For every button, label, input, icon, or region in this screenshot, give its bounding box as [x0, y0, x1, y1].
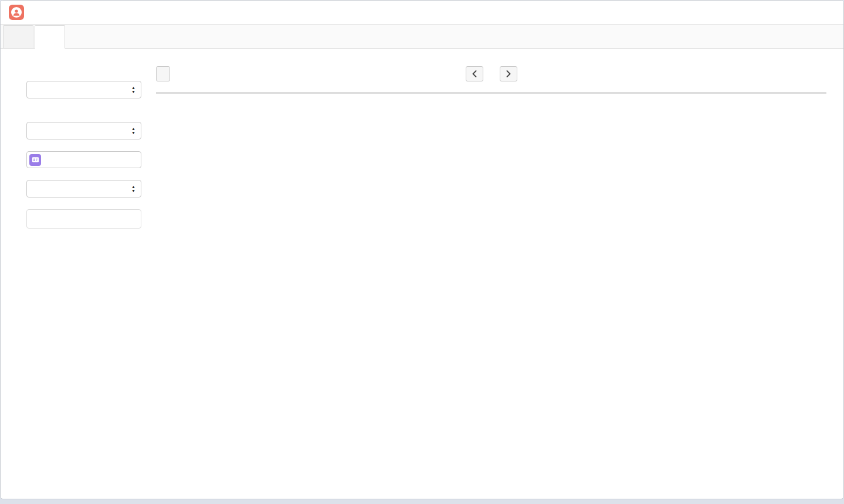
week-navigation: [466, 66, 517, 81]
next-week-button[interactable]: [500, 66, 517, 81]
previous-week-button[interactable]: [466, 66, 483, 81]
campus-location-field-group: ▲▼: [26, 69, 141, 98]
chevron-left-icon: [472, 70, 477, 77]
appointment-type-select[interactable]: ▲▼: [26, 122, 141, 139]
appointment-app-icon: [9, 5, 24, 20]
stepper-icon: ▲▼: [131, 127, 135, 134]
tab-my-appointments[interactable]: [3, 25, 33, 48]
chevron-right-icon: [506, 70, 511, 77]
today-button[interactable]: [156, 66, 170, 81]
contact-card-icon: [29, 154, 41, 166]
calendar-toolbar: [156, 66, 826, 81]
app-window: ▲▼ ▲▼: [0, 0, 844, 499]
title-bar: [1, 1, 843, 25]
stepper-icon: ▲▼: [131, 185, 135, 192]
campus-location-label: [26, 69, 141, 77]
filters-sidebar: ▲▼ ▲▼: [26, 66, 141, 229]
calendar-panel: [156, 66, 826, 229]
main-content: ▲▼ ▲▼: [1, 49, 843, 229]
tab-appointment-scheduler[interactable]: [35, 25, 65, 49]
tab-bar: [1, 25, 843, 49]
stepper-icon: ▲▼: [131, 86, 135, 93]
appointment-type-field-group: ▲▼: [26, 110, 141, 139]
room-details-panel: [26, 209, 141, 229]
calendar-body: [156, 93, 826, 94]
campus-location-select[interactable]: ▲▼: [26, 81, 141, 98]
student-pill-field[interactable]: [26, 151, 141, 168]
venue-select[interactable]: ▲▼: [26, 180, 141, 197]
student-field-group: [26, 151, 141, 168]
appointment-type-label: [26, 110, 141, 118]
venue-field-group: ▲▼: [26, 180, 141, 197]
